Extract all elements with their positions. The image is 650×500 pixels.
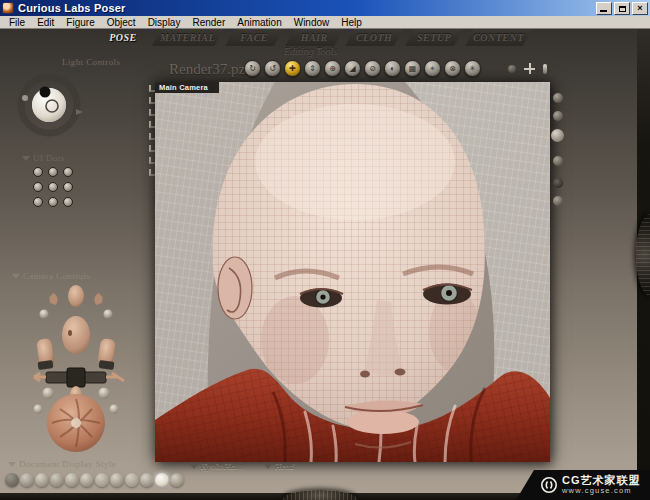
close-button[interactable]: × [632, 2, 648, 15]
restore-button[interactable] [614, 2, 630, 15]
translate-icon: ✚ [289, 65, 296, 73]
light-controls-widget[interactable] [12, 69, 86, 147]
tool-grouping-button[interactable]: ▦ [404, 60, 421, 77]
ui-dot[interactable] [33, 197, 43, 207]
style-smooth-icon[interactable] [140, 473, 154, 487]
tab-face[interactable]: FACE [225, 29, 283, 46]
sphere-icon[interactable] [508, 65, 516, 73]
memory-dot[interactable] [553, 196, 563, 206]
app-icon [2, 2, 14, 14]
crosshair-icon[interactable] [524, 63, 535, 74]
tool-morph-button[interactable]: ⊗ [444, 60, 461, 77]
view-mini-controls [508, 63, 547, 74]
tool-color-button[interactable]: ◐ [384, 60, 401, 77]
menu-animation[interactable]: Animation [231, 17, 287, 28]
menu-window[interactable]: Window [288, 17, 336, 28]
ui-dot[interactable] [48, 197, 58, 207]
twist-icon: ↺ [269, 65, 276, 73]
face-camera-icon [68, 285, 84, 307]
style-texture-icon[interactable] [170, 473, 184, 487]
tool-magnifier-button[interactable]: ⌖ [424, 60, 441, 77]
collapse-triangle-icon [22, 156, 30, 161]
minimize-button[interactable] [596, 2, 612, 15]
style-smoothlined-icon[interactable] [155, 473, 169, 487]
menu-render[interactable]: Render [186, 17, 231, 28]
memory-dot[interactable] [553, 178, 563, 188]
style-silhouette-icon[interactable] [5, 473, 19, 487]
memory-dot[interactable] [553, 93, 563, 103]
tool-translate-inout-button[interactable]: ⇕ [304, 60, 321, 77]
render-preview [155, 82, 550, 462]
scale-icon: ⊕ [329, 65, 336, 73]
ui-dot[interactable] [33, 182, 43, 192]
tool-rotate-button[interactable]: ↻ [244, 60, 261, 77]
ui-dot[interactable] [48, 167, 58, 177]
menu-edit[interactable]: Edit [31, 17, 60, 28]
workspace: POSE MATERIAL FACE HAIR CLOTH SETUP CONT… [0, 29, 650, 500]
editing-tools-row: ↻ ↺ ✚ ⇕ ⊕ ◢ ⊘ ◐ ▦ ⌖ ⊗ ✳ [244, 60, 481, 77]
style-litwireframe-icon[interactable] [65, 473, 79, 487]
close-icon: × [637, 4, 642, 13]
menu-object[interactable]: Object [101, 17, 142, 28]
editing-tools-label: Editing Tools [284, 46, 337, 57]
menu-file[interactable]: File [3, 17, 31, 28]
style-flatlined-icon[interactable] [95, 473, 109, 487]
ui-dot[interactable] [63, 167, 73, 177]
style-wireframe-icon[interactable] [35, 473, 49, 487]
side-dial-knob[interactable] [636, 214, 650, 296]
tool-taper-button[interactable]: ◢ [344, 60, 361, 77]
right-hand-camera-icon [94, 293, 102, 305]
menu-figure[interactable]: Figure [60, 17, 100, 28]
style-hiddenline-icon[interactable] [50, 473, 64, 487]
tab-setup[interactable]: SETUP [405, 29, 463, 46]
camera-name-label[interactable]: Main Camera [155, 82, 219, 93]
pin-icon[interactable] [543, 64, 547, 74]
style-flat-icon[interactable] [80, 473, 94, 487]
ui-dot[interactable] [63, 197, 73, 207]
selector-row: KyokoHa... Head [190, 461, 294, 471]
watermark: CG艺术家联盟 www.cguse.com [534, 470, 650, 500]
cg-logo-icon [540, 476, 558, 494]
bottom-dial-knob[interactable] [283, 490, 357, 500]
ui-dot[interactable] [63, 182, 73, 192]
camera-controls-label[interactable]: Camera Controls [12, 271, 90, 281]
watermark-url: www.cguse.com [562, 487, 641, 495]
restore-icon [619, 6, 626, 12]
minimize-icon [600, 10, 607, 12]
menu-display[interactable]: Display [142, 17, 187, 28]
display-style-row [5, 473, 184, 487]
memory-dot[interactable] [553, 111, 563, 121]
tool-twist-button[interactable]: ↺ [264, 60, 281, 77]
style-cartoonline-icon[interactable] [125, 473, 139, 487]
display-style-label[interactable]: Document Display Style [8, 459, 116, 469]
tab-content[interactable]: CONTENT [465, 29, 532, 46]
magnifier-icon: ⌖ [430, 65, 435, 73]
ear [218, 257, 252, 319]
document-title: Render37.pz3 [169, 61, 253, 78]
tab-cloth[interactable]: CLOTH [345, 29, 403, 46]
style-outline-icon[interactable] [20, 473, 34, 487]
figure-selector[interactable]: KyokoHa... [190, 461, 242, 471]
room-tabs: POSE MATERIAL FACE HAIR CLOTH SETUP CONT… [96, 29, 548, 46]
document-viewport[interactable]: Main Camera [155, 82, 550, 462]
actor-selector[interactable]: Head [264, 461, 295, 471]
tool-scale-button[interactable]: ⊕ [324, 60, 341, 77]
ui-dots-label[interactable]: UI Dots [22, 153, 65, 163]
tool-translate-button[interactable]: ✚ [284, 60, 301, 77]
title-bar[interactable]: Curious Labs Poser × [0, 0, 650, 16]
tool-chainbreak-button[interactable]: ⊘ [364, 60, 381, 77]
menu-help[interactable]: Help [335, 17, 368, 28]
trackball-icon [47, 394, 105, 452]
tab-pose[interactable]: POSE [96, 29, 150, 46]
ui-dot[interactable] [48, 182, 58, 192]
dropdown-arrow-icon [264, 464, 272, 469]
right-edge-panel [637, 29, 650, 500]
tab-hair[interactable]: HAIR [285, 29, 343, 46]
memory-dot[interactable] [551, 129, 564, 142]
camera-controls-widget[interactable] [18, 283, 134, 459]
tool-directmanip-button[interactable]: ✳ [464, 60, 481, 77]
ui-dot[interactable] [33, 167, 43, 177]
tab-material[interactable]: MATERIAL [152, 29, 223, 46]
style-cartoon-icon[interactable] [110, 473, 124, 487]
memory-dot[interactable] [553, 156, 563, 166]
